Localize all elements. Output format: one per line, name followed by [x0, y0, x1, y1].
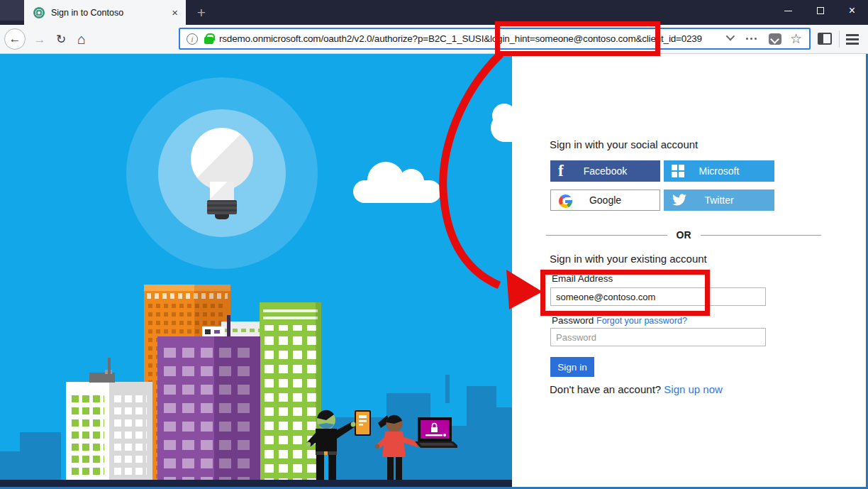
maximize-button[interactable]	[804, 0, 836, 21]
page-actions-icon[interactable]	[746, 38, 757, 40]
microsoft-button[interactable]: Microsoft	[664, 160, 774, 182]
password-label: Password	[552, 315, 594, 326]
cloud-small	[491, 114, 512, 142]
man-figure	[306, 410, 371, 483]
google-button[interactable]: Google	[550, 189, 660, 211]
url-login-hint-param: &login_hint=someone@contoso.com	[484, 33, 635, 44]
url-text[interactable]: rsdemo.onmicrosoft.com/oauth2/v2.0/autho…	[219, 33, 722, 44]
home-button[interactable]: ⌂	[72, 31, 91, 48]
email-field[interactable]	[550, 287, 766, 306]
new-tab-button[interactable]: +	[190, 0, 213, 25]
twitter-icon	[672, 189, 687, 211]
forward-button[interactable]: →	[31, 33, 48, 47]
window-controls: ×	[772, 0, 868, 21]
back-button[interactable]: ←	[4, 28, 26, 50]
pocket-icon[interactable]	[769, 33, 781, 45]
microsoft-icon	[672, 160, 684, 182]
bookmark-star-icon[interactable]: ☆	[790, 32, 802, 45]
twitter-button[interactable]: Twitter	[664, 189, 774, 211]
white-building	[66, 382, 152, 487]
or-label: OR	[677, 229, 691, 241]
forgot-password-link[interactable]: Forgot your password?	[596, 316, 687, 326]
navigation-toolbar: ← → ↻ ⌂ i rsdemo.onmicrosoft.com/oauth2/…	[0, 25, 868, 54]
password-field[interactable]	[550, 328, 766, 346]
reload-button[interactable]: ↻	[52, 32, 69, 47]
url-prefix: rsdemo.onmicrosoft.com/oauth2/v2.0/autho…	[219, 33, 484, 44]
hero-illustration	[0, 54, 512, 487]
maximize-icon	[817, 7, 824, 14]
laptop	[415, 417, 457, 448]
contoso-favicon-icon	[33, 7, 45, 18]
or-divider: OR	[546, 229, 821, 241]
email-label: Email Address	[552, 273, 613, 284]
google-label: Google	[589, 194, 621, 206]
sign-in-button[interactable]: Sign in	[550, 357, 594, 377]
titlebar-corner	[0, 0, 24, 21]
toolbar-divider	[839, 31, 840, 48]
tab-close-icon[interactable]: ×	[172, 7, 178, 18]
info-icon[interactable]: i	[187, 33, 198, 45]
facebook-label: Facebook	[584, 165, 627, 177]
page-content: Sign in with your social account f Faceb…	[0, 54, 868, 487]
people-illustration	[287, 406, 457, 487]
facebook-icon: f	[558, 160, 564, 182]
url-bar[interactable]: i rsdemo.onmicrosoft.com/oauth2/v2.0/aut…	[179, 28, 811, 50]
ground-strip	[0, 480, 512, 487]
titlebar: Sign in to Contoso × + ×	[0, 0, 868, 25]
lock-icon	[204, 37, 213, 44]
signup-text: Don't have an account?	[550, 383, 661, 395]
tab-title: Sign in to Contoso	[51, 8, 172, 18]
signup-row: Don't have an account? Sign up now	[550, 383, 723, 395]
sign-up-now-link[interactable]: Sign up now	[664, 383, 723, 395]
url-suffix: &client_id=0239	[635, 33, 701, 44]
menu-icon[interactable]	[846, 34, 859, 36]
cloud	[353, 180, 441, 203]
purple-building	[157, 336, 260, 487]
existing-account-heading: Sign in with your existing account	[550, 253, 707, 265]
google-icon	[559, 190, 572, 211]
close-window-button[interactable]: ×	[836, 0, 868, 21]
microsoft-label: Microsoft	[699, 165, 740, 177]
sidebar-icon[interactable]	[818, 33, 832, 45]
facebook-button[interactable]: f Facebook	[550, 160, 660, 182]
signin-panel: Sign in with your social account f Faceb…	[512, 54, 866, 487]
minimize-button[interactable]	[772, 0, 804, 21]
minimize-icon	[784, 11, 792, 11]
woman-figure	[375, 415, 457, 483]
lightbulb-icon	[191, 128, 253, 190]
browser-window: Sign in to Contoso × + × ← → ↻ ⌂ i rsdem…	[0, 0, 868, 489]
social-heading: Sign in with your social account	[550, 138, 698, 150]
twitter-label: Twitter	[704, 194, 733, 206]
browser-tab[interactable]: Sign in to Contoso ×	[24, 0, 186, 25]
url-dropdown-icon[interactable]	[726, 32, 735, 41]
